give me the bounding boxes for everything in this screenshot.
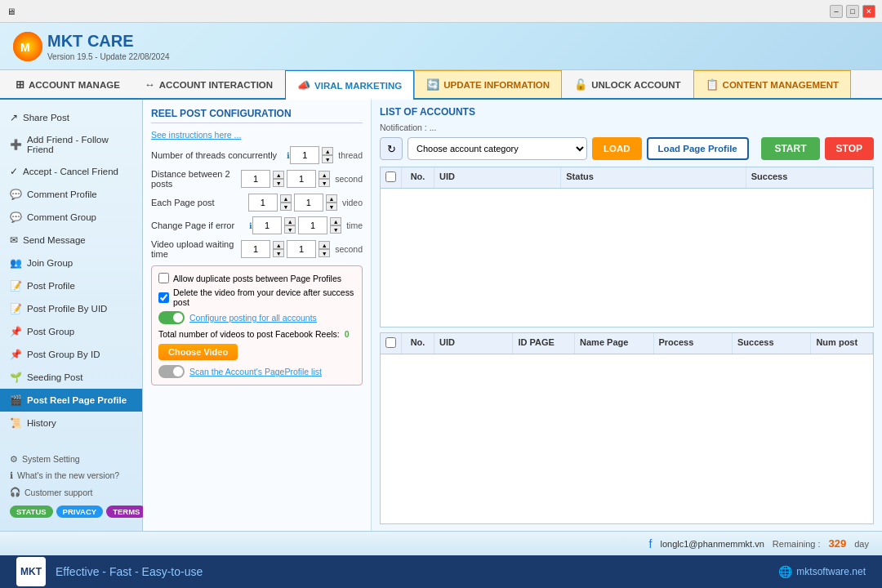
tab-content-management[interactable]: 📋 CONTENT MANAGEMENT <box>693 70 851 98</box>
change-page-spinner2[interactable]: ▲ ▼ <box>330 217 341 234</box>
refresh-button[interactable]: ↻ <box>380 137 403 160</box>
status-badges: STATUS PRIVACY TERMS <box>10 506 132 518</box>
close-button[interactable]: ✕ <box>862 5 875 18</box>
upload-wait-value1-input[interactable] <box>241 240 270 258</box>
sidebar-item-post-profile[interactable]: 📝 Post Profile <box>0 274 142 297</box>
choose-video-button[interactable]: Choose Video <box>158 344 238 360</box>
add-friend-icon: ➕ <box>10 139 22 150</box>
distance-spin-down1[interactable]: ▼ <box>273 179 284 187</box>
change-page-spin-down1[interactable]: ▼ <box>284 225 296 234</box>
stop-button[interactable]: STOP <box>825 137 874 160</box>
change-page-value1-input[interactable] <box>252 216 282 234</box>
load-button[interactable]: LOAD <box>592 137 642 160</box>
change-page-value2-input[interactable] <box>298 216 327 234</box>
lower-select-all-checkbox[interactable] <box>385 337 396 348</box>
header: M MKT CARE Version 19.5 - Update 22/08/2… <box>0 23 882 70</box>
page-post-spin-down1[interactable]: ▼ <box>280 203 292 211</box>
footer-website[interactable]: 🌐 mktsoftware.net <box>778 565 866 578</box>
distance-spin-up2[interactable]: ▲ <box>318 171 330 179</box>
sidebar-item-comment-group[interactable]: 💬 Comment Group <box>0 206 142 229</box>
allow-duplicate-checkbox[interactable] <box>158 273 169 283</box>
sidebar-item-seeding-post[interactable]: 🌱 Seeding Post <box>0 366 142 389</box>
status-badge-button[interactable]: STATUS <box>10 506 53 518</box>
sidebar-item-post-group-id[interactable]: 📌 Post Group By ID <box>0 343 142 366</box>
lower-col-check[interactable] <box>381 333 402 354</box>
post-reel-icon: 🎬 <box>10 394 22 406</box>
config-row-distance: Distance between 2 posts ▲ ▼ ▲ ▼ second <box>151 169 363 189</box>
sidebar-item-post-profile-uid[interactable]: 📝 Post Profile By UID <box>0 297 142 320</box>
tab-viral-marketing[interactable]: 📣 VIRAL MARKETING <box>285 70 414 100</box>
distance-spin-up1[interactable]: ▲ <box>273 171 284 179</box>
sidebar-item-history[interactable]: 📜 History <box>0 412 142 434</box>
tab-unlock-account[interactable]: 🔓 UNLOCK ACCOUNT <box>562 70 693 98</box>
tab-account-manage-label: ACCOUNT MANAGE <box>29 80 120 90</box>
threads-value1-input[interactable] <box>290 146 319 164</box>
sidebar-item-send-message[interactable]: ✉ Send Message <box>0 229 142 252</box>
distance-spin-down2[interactable]: ▼ <box>318 179 330 187</box>
delete-video-checkbox[interactable] <box>158 292 169 303</box>
privacy-badge-button[interactable]: PRIVACY <box>56 506 104 518</box>
upper-col-success: Success <box>746 167 873 188</box>
threads-spin-up[interactable]: ▲ <box>322 147 333 155</box>
customer-support-item[interactable]: 🎧 Customer support <box>10 483 132 501</box>
upper-col-check[interactable] <box>381 167 402 188</box>
threads-spinner[interactable]: ▲ ▼ <box>322 147 333 163</box>
logo-version: Version 19.5 - Update 22/08/2024 <box>47 52 170 61</box>
instructions-link[interactable]: See instructions here ... <box>151 130 363 140</box>
load-page-button[interactable]: Load Page Profile <box>647 137 749 160</box>
tab-account-manage[interactable]: ⊞ ACCOUNT MANAGE <box>3 70 132 98</box>
change-page-spin-down2[interactable]: ▼ <box>330 225 341 234</box>
page-post-spin-up2[interactable]: ▲ <box>326 194 337 203</box>
category-select[interactable]: Choose account category <box>408 137 587 160</box>
threads-spin-down[interactable]: ▼ <box>322 155 333 163</box>
upload-wait-spin-down1[interactable]: ▼ <box>273 249 284 257</box>
upload-wait-spinner1[interactable]: ▲ ▼ <box>273 241 284 257</box>
remaining-day: day <box>854 539 869 549</box>
sidebar-item-share-post[interactable]: ↗ Share Post <box>0 106 142 129</box>
upload-wait-spin-down2[interactable]: ▼ <box>318 249 330 257</box>
sidebar-item-comment-profile[interactable]: 💬 Comment Profile <box>0 183 142 206</box>
upload-wait-spin-up1[interactable]: ▲ <box>273 241 284 249</box>
start-button[interactable]: START <box>761 137 819 160</box>
sidebar-item-add-friend[interactable]: ➕ Add Friend - Follow Friend <box>0 129 142 160</box>
page-post-value2-input[interactable] <box>294 194 323 212</box>
allow-duplicate-row: Allow duplicate posts between Page Profi… <box>158 273 355 283</box>
lower-col-process: Process <box>654 333 733 354</box>
page-post-spin-up1[interactable]: ▲ <box>280 194 292 203</box>
page-post-spin-down2[interactable]: ▼ <box>326 203 337 211</box>
lower-col-no: No. <box>402 333 434 354</box>
title-bar-controls[interactable]: – □ ✕ <box>830 5 875 18</box>
configure-posting-label[interactable]: Configure posting for all accounts <box>189 313 317 323</box>
terms-badge-button[interactable]: TERMS <box>106 506 146 518</box>
configure-posting-toggle[interactable] <box>158 311 185 324</box>
minimize-button[interactable]: – <box>830 5 843 18</box>
maximize-button[interactable]: □ <box>846 5 859 18</box>
scan-link[interactable]: Scan the Account's PageProfile list <box>189 367 322 376</box>
change-page-spin-up2[interactable]: ▲ <box>330 217 341 225</box>
footer-left: MKT Effective - Fast - Easy-to-use <box>16 557 203 586</box>
scan-toggle[interactable] <box>158 365 185 378</box>
distance-value2-input[interactable] <box>287 170 316 188</box>
page-post-spinner2[interactable]: ▲ ▼ <box>326 194 337 211</box>
upload-wait-spin-up2[interactable]: ▲ <box>318 241 330 249</box>
tab-unlock-account-label: UNLOCK ACCOUNT <box>591 80 680 90</box>
distance-spinner1[interactable]: ▲ ▼ <box>273 171 284 187</box>
page-post-value1-input[interactable] <box>248 194 278 212</box>
change-page-spinner1[interactable]: ▲ ▼ <box>284 217 296 234</box>
sidebar-item-accept-friend[interactable]: ✓ Accept - Cancel Friend <box>0 160 142 183</box>
whats-new-item[interactable]: ℹ What's in the new version? <box>10 467 132 483</box>
upload-wait-spinner2[interactable]: ▲ ▼ <box>318 241 330 257</box>
distance-spinner2[interactable]: ▲ ▼ <box>318 171 330 187</box>
sidebar-item-post-group[interactable]: 📌 Post Group <box>0 320 142 343</box>
sidebar-item-join-group[interactable]: 👥 Join Group <box>0 252 142 274</box>
tab-update-information[interactable]: 🔄 UPDATE INFORMATION <box>414 70 562 98</box>
tab-account-interaction[interactable]: ↔ ACCOUNT INTERACTION <box>132 70 285 98</box>
system-setting-item[interactable]: ⚙ System Setting <box>10 451 132 467</box>
change-page-spin-up1[interactable]: ▲ <box>284 217 296 225</box>
sidebar-item-post-reel-page-profile[interactable]: 🎬 Post Reel Page Profile <box>0 389 142 412</box>
upper-select-all-checkbox[interactable] <box>385 172 396 182</box>
history-icon: 📜 <box>10 417 22 429</box>
page-post-spinner1[interactable]: ▲ ▼ <box>280 194 292 211</box>
upload-wait-value2-input[interactable] <box>287 240 316 258</box>
distance-value1-input[interactable] <box>241 170 270 188</box>
